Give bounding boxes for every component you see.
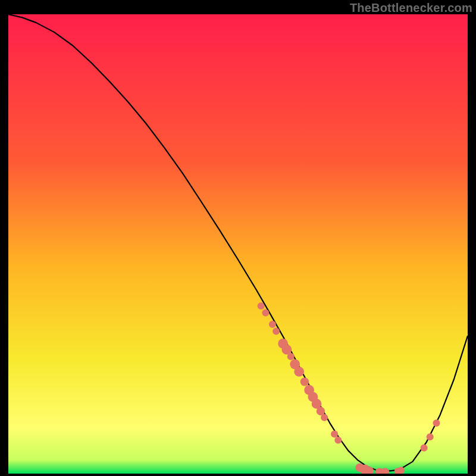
data-marker <box>331 431 338 438</box>
data-marker <box>273 328 280 335</box>
data-marker <box>258 302 265 309</box>
gradient-background <box>8 14 468 474</box>
data-marker <box>269 321 276 328</box>
data-marker <box>294 367 304 377</box>
chart-container: TheBottlenecker.com <box>0 0 476 476</box>
data-marker <box>287 353 295 360</box>
data-marker <box>321 414 328 421</box>
data-marker <box>421 444 428 452</box>
bottleneck-chart <box>8 14 468 474</box>
plot-area <box>8 14 468 474</box>
data-marker <box>300 377 309 386</box>
data-marker <box>427 433 434 440</box>
watermark-text: TheBottlenecker.com <box>350 1 472 15</box>
data-marker <box>433 419 440 427</box>
data-marker <box>262 309 269 317</box>
data-marker <box>334 437 342 444</box>
